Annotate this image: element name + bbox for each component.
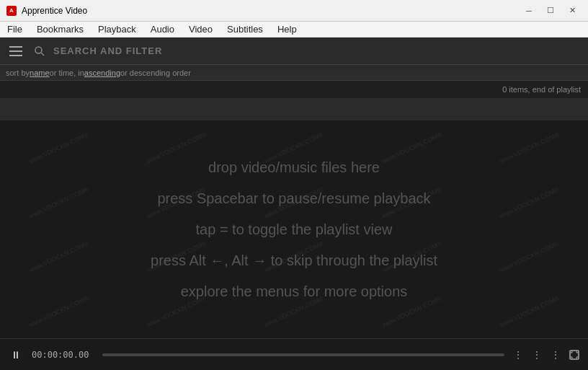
hamburger-line-3	[9, 55, 22, 56]
time-display: 00:00:00.00	[32, 350, 97, 360]
hamburger-line-1	[9, 46, 22, 48]
fullscreen-button[interactable]	[566, 347, 582, 363]
playlist-area: sort by name or time, in ascending or de…	[0, 38, 588, 120]
title-bar: A Apprentice Video ─ ☐ ✕	[0, 0, 588, 22]
watermark: www.VDOCKN.COM®	[464, 262, 588, 338]
sort-suffix: or descending order	[120, 69, 191, 77]
menu-bar: File Bookmarks Playback Audio Video Subt…	[0, 22, 588, 38]
title-bar-controls: ─ ☐ ✕	[519, 4, 582, 18]
hint-alt: press Alt ←, Alt → to skip through the p…	[151, 252, 437, 269]
controls-bar: ⏸ 00:00:00.00 ⋮ ⋮ ⋮	[0, 338, 588, 370]
video-area[interactable]: www.VDOCKN.COM® www.VDOCKN.COM® www.VDOC…	[0, 120, 588, 338]
watermark: www.VDOCKN.COM®	[0, 207, 123, 306]
hint-drop: drop video/music files here	[208, 159, 380, 176]
window-title: Apprentice Video	[22, 6, 87, 16]
svg-rect-2	[570, 351, 579, 359]
hamburger-line-2	[9, 50, 22, 52]
menu-audio[interactable]: Audio	[143, 22, 182, 37]
right-controls: ⋮ ⋮ ⋮	[510, 347, 582, 363]
hint-explore: explore the menus for more options	[181, 283, 408, 300]
progress-bar[interactable]	[102, 353, 504, 356]
sort-by-name-link[interactable]: name	[30, 69, 50, 77]
minimize-button[interactable]: ─	[519, 4, 539, 18]
sort-ascending-link[interactable]: ascending	[84, 69, 120, 77]
hamburger-button[interactable]	[6, 41, 26, 61]
play-pause-button[interactable]: ⏸	[6, 345, 26, 365]
watermark: www.VDOCKN.COM®	[464, 120, 588, 197]
playlist-count: 0 items, end of playlist	[502, 85, 581, 94]
app-icon: A	[6, 5, 17, 17]
hint-text: drop video/music files here press Spaceb…	[151, 159, 437, 300]
menu-dots-3[interactable]: ⋮	[548, 347, 564, 363]
menu-dots-1[interactable]: ⋮	[510, 347, 526, 363]
search-input[interactable]	[53, 45, 582, 56]
search-bar	[0, 38, 588, 65]
title-bar-left: A Apprentice Video	[6, 5, 87, 17]
menu-file[interactable]: File	[0, 22, 30, 37]
menu-help[interactable]: Help	[270, 22, 304, 37]
restore-button[interactable]: ☐	[540, 4, 561, 18]
hint-toggle: tap = to toggle the playlist view	[196, 221, 393, 238]
hint-spacebar: press Spacebar to pause/resume playback	[157, 190, 430, 207]
svg-line-1	[41, 53, 44, 56]
sort-bar: sort by name or time, in ascending or de…	[0, 65, 588, 81]
close-button[interactable]: ✕	[562, 4, 582, 18]
watermark: www.VDOCKN.COM®	[464, 207, 588, 306]
watermark: www.VDOCKN.COM®	[0, 153, 123, 252]
svg-point-0	[35, 47, 42, 53]
menu-dots-2[interactable]: ⋮	[529, 347, 545, 363]
playlist-status: 0 items, end of playlist	[0, 81, 588, 98]
watermark: www.VDOCKN.COM®	[0, 262, 123, 338]
watermark: www.VDOCKN.COM®	[464, 153, 588, 252]
menu-playback[interactable]: Playback	[91, 22, 143, 37]
sort-middle: or time, in	[50, 69, 84, 77]
menu-video[interactable]: Video	[182, 22, 220, 37]
watermark: www.VDOCKN.COM®	[0, 120, 123, 197]
menu-subtitles[interactable]: Subtitles	[220, 22, 270, 37]
search-icon	[32, 43, 48, 59]
sort-prefix: sort by	[6, 69, 30, 77]
menu-bookmarks[interactable]: Bookmarks	[30, 22, 91, 37]
